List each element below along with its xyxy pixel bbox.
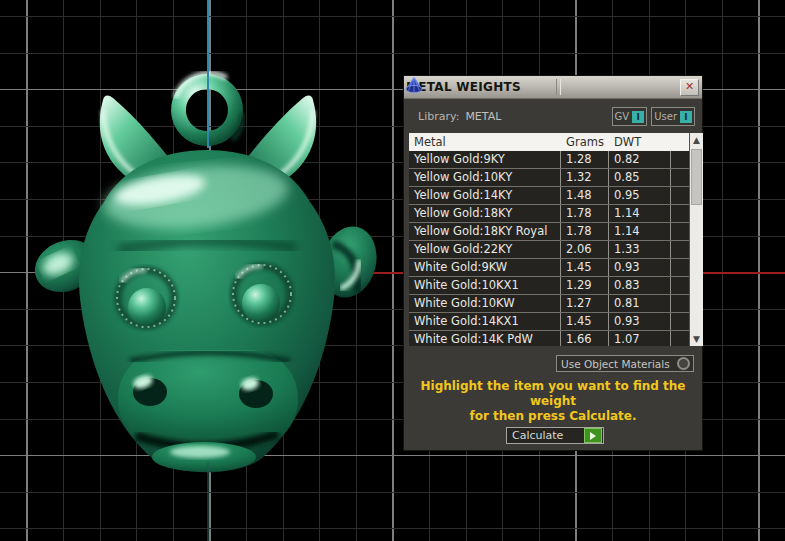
- table-cell: 1.45: [561, 259, 609, 276]
- table-cell: 1.29: [561, 277, 609, 294]
- metal-table-body: Yellow Gold:9KY1.280.82Yellow Gold:10KY1…: [409, 151, 690, 346]
- table-header: Metal Grams DWT: [409, 133, 690, 151]
- table-cell: White Gold:10KW: [409, 295, 561, 312]
- instruction-text: Highlight the item you want to find the …: [404, 379, 702, 424]
- table-cell: 1.07: [609, 331, 671, 346]
- table-cell: Yellow Gold:22KY: [409, 241, 561, 258]
- table-cell: 0.83: [609, 277, 671, 294]
- table-cell: Yellow Gold:14KY: [409, 187, 561, 204]
- col-header-dwt: DWT: [609, 135, 671, 149]
- scroll-down-icon[interactable]: ▼: [690, 332, 703, 346]
- titlebar-groove: [556, 79, 561, 95]
- col-header-grams: Grams: [561, 135, 609, 149]
- table-row[interactable]: Yellow Gold:18KY1.781.14: [409, 205, 690, 223]
- table-scrollbar[interactable]: ▲ ▼: [689, 133, 703, 346]
- table-cell: 0.95: [609, 187, 671, 204]
- table-row[interactable]: Yellow Gold:10KY1.320.85: [409, 169, 690, 187]
- metal-table[interactable]: Metal Grams DWT Yellow Gold:9KY1.280.82Y…: [409, 133, 703, 346]
- gemstone-cone-icon: [405, 76, 423, 94]
- table-cell: 0.81: [609, 295, 671, 312]
- table-cell: 0.93: [609, 259, 671, 276]
- table-row[interactable]: White Gold:14K PdW1.661.07: [409, 331, 690, 346]
- table-row[interactable]: Yellow Gold:18KY Royal1.781.14: [409, 223, 690, 241]
- radio-circle-icon[interactable]: [677, 357, 690, 370]
- table-cell: White Gold:14KX1: [409, 313, 561, 330]
- table-row[interactable]: White Gold:10KX11.290.83: [409, 277, 690, 295]
- table-cell: 1.66: [561, 331, 609, 346]
- table-cell: 1.27: [561, 295, 609, 312]
- table-cell: 2.06: [561, 241, 609, 258]
- table-cell: 1.28: [561, 151, 609, 168]
- table-cell: 1.78: [561, 223, 609, 240]
- viewport-3d[interactable]: METAL WEIGHTS ✕ Library:METAL GV I User …: [0, 0, 785, 541]
- table-cell: 1.48: [561, 187, 609, 204]
- table-cell: 0.85: [609, 169, 671, 186]
- table-cell: 0.82: [609, 151, 671, 168]
- table-cell: White Gold:9KW: [409, 259, 561, 276]
- table-cell: 1.14: [609, 223, 671, 240]
- use-object-materials-button[interactable]: Use Object Materials: [556, 355, 694, 372]
- table-cell: Yellow Gold:10KY: [409, 169, 561, 186]
- table-row[interactable]: Yellow Gold:9KY1.280.82: [409, 151, 690, 169]
- scroll-up-icon[interactable]: ▲: [690, 133, 703, 147]
- calculate-button[interactable]: Calculate: [506, 427, 604, 444]
- gv-toggle[interactable]: GV I: [612, 107, 648, 126]
- library-label: Library:METAL: [418, 110, 501, 123]
- library-value: METAL: [465, 110, 501, 123]
- table-cell: 0.93: [609, 313, 671, 330]
- library-toggles: GV I User I: [612, 107, 695, 126]
- user-info-icon[interactable]: I: [680, 111, 692, 123]
- metal-weights-dialog[interactable]: METAL WEIGHTS ✕ Library:METAL GV I User …: [403, 75, 703, 451]
- table-cell: 1.45: [561, 313, 609, 330]
- close-button[interactable]: ✕: [680, 79, 699, 96]
- table-cell: 1.33: [609, 241, 671, 258]
- calculate-go-icon: [584, 428, 602, 443]
- col-header-metal: Metal: [409, 135, 561, 149]
- table-cell: 1.78: [561, 205, 609, 222]
- table-row[interactable]: Yellow Gold:22KY2.061.33: [409, 241, 690, 259]
- dialog-title: METAL WEIGHTS: [406, 80, 521, 94]
- table-row[interactable]: Yellow Gold:14KY1.480.95: [409, 187, 690, 205]
- table-cell: 1.32: [561, 169, 609, 186]
- table-cell: 1.14: [609, 205, 671, 222]
- table-cell: White Gold:10KX1: [409, 277, 561, 294]
- table-cell: Yellow Gold:18KY Royal: [409, 223, 561, 240]
- table-cell: Yellow Gold:18KY: [409, 205, 561, 222]
- gv-info-icon[interactable]: I: [632, 111, 644, 123]
- table-row[interactable]: White Gold:14KX11.450.93: [409, 313, 690, 331]
- table-cell: Yellow Gold:9KY: [409, 151, 561, 168]
- user-toggle[interactable]: User I: [651, 107, 695, 126]
- scrollbar-thumb[interactable]: [691, 149, 702, 205]
- table-row[interactable]: White Gold:10KW1.270.81: [409, 295, 690, 313]
- dialog-titlebar[interactable]: METAL WEIGHTS ✕: [404, 76, 702, 99]
- table-row[interactable]: White Gold:9KW1.450.93: [409, 259, 690, 277]
- table-cell: White Gold:14K PdW: [409, 331, 561, 346]
